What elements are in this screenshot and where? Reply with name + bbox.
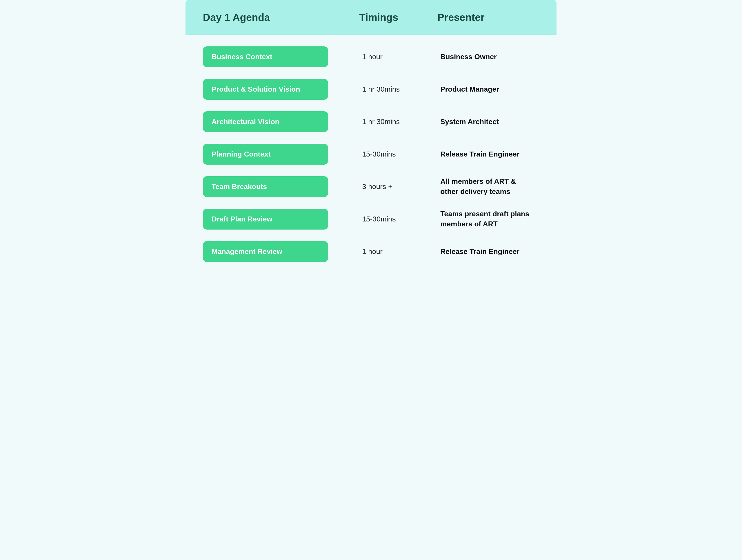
header-timings: Timings [359, 12, 438, 23]
table-row: Architectural Vision1 hr 30minsSystem Ar… [203, 105, 539, 138]
agenda-badge: Product & Solution Vision [203, 79, 328, 100]
timing-cell: 1 hr 30mins [359, 85, 438, 93]
presenter-cell: Teams present draft plans members of ART [437, 209, 539, 229]
agenda-cell: Architectural Vision [203, 111, 359, 132]
table-row: Draft Plan Review15-30minsTeams present … [203, 203, 539, 235]
table-header: Day 1 Agenda Timings Presenter [186, 0, 556, 35]
agenda-cell: Team Breakouts [203, 176, 359, 197]
table-row: Planning Context15-30minsRelease Train E… [203, 138, 539, 170]
header-presenter: Presenter [437, 12, 539, 23]
header-agenda: Day 1 Agenda [203, 12, 359, 23]
agenda-cell: Business Context [203, 46, 359, 67]
agenda-badge: Management Review [203, 241, 328, 262]
agenda-cell: Draft Plan Review [203, 209, 359, 230]
agenda-cell: Planning Context [203, 144, 359, 165]
agenda-badge: Business Context [203, 46, 328, 67]
agenda-badge: Architectural Vision [203, 111, 328, 132]
table-row: Product & Solution Vision1 hr 30minsProd… [203, 73, 539, 105]
table-row: Business Context1 hourBusiness Owner [203, 41, 539, 73]
timing-cell: 15-30mins [359, 215, 438, 223]
agenda-cell: Management Review [203, 241, 359, 262]
timing-cell: 1 hour [359, 53, 438, 61]
presenter-cell: Product Manager [437, 84, 539, 95]
timing-cell: 1 hour [359, 248, 438, 256]
table-body: Business Context1 hourBusiness OwnerProd… [186, 35, 556, 279]
timing-cell: 1 hr 30mins [359, 118, 438, 126]
presenter-cell: System Architect [437, 117, 539, 127]
presenter-cell: Business Owner [437, 52, 539, 62]
agenda-badge: Draft Plan Review [203, 209, 328, 230]
agenda-cell: Product & Solution Vision [203, 79, 359, 100]
table-row: Team Breakouts3 hours +All members of AR… [203, 170, 539, 203]
table-row: Management Review1 hourRelease Train Eng… [203, 235, 539, 268]
presenter-cell: Release Train Engineer [437, 247, 539, 257]
presenter-cell: Release Train Engineer [437, 149, 539, 159]
timing-cell: 15-30mins [359, 150, 438, 158]
timing-cell: 3 hours + [359, 183, 438, 191]
agenda-badge: Planning Context [203, 144, 328, 165]
agenda-table: Day 1 Agenda Timings Presenter Business … [186, 0, 556, 279]
agenda-badge: Team Breakouts [203, 176, 328, 197]
presenter-cell: All members of ART & other delivery team… [437, 176, 539, 197]
